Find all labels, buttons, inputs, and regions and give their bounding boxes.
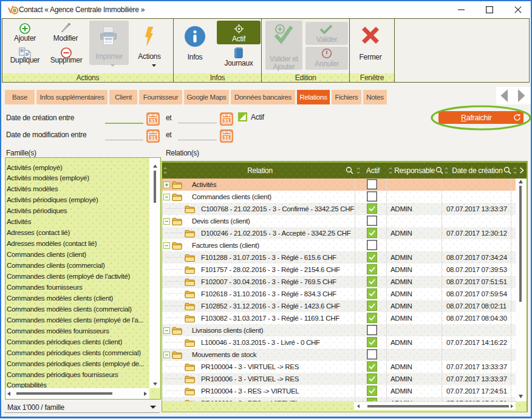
svg-text:31: 31 [150, 134, 157, 141]
svg-text:31: 31 [223, 134, 230, 141]
svg-text:31: 31 [150, 117, 157, 124]
svg-text:31: 31 [223, 117, 230, 124]
